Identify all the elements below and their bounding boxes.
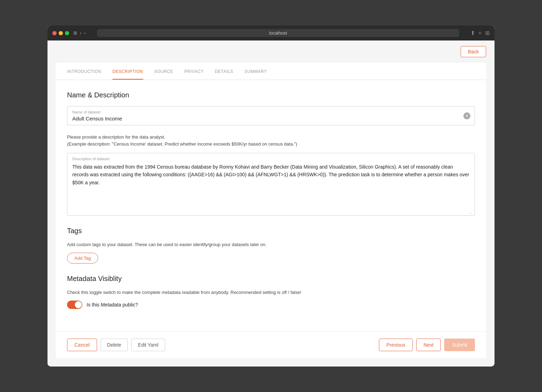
resize-handle-icon: ⌟ xyxy=(470,210,473,214)
tab-summary[interactable]: SUMMARY xyxy=(244,63,267,80)
tags-title: Tags xyxy=(67,227,475,235)
tags-subtitle: Add custom tags to your dataset. These c… xyxy=(67,242,475,247)
forward-nav-icon[interactable]: › xyxy=(84,30,86,36)
tags-section: Tags Add custom tags to your dataset. Th… xyxy=(67,227,475,264)
description-label: Description of dataset xyxy=(72,157,470,161)
metadata-section: Metadata Visiblity Check this toggle swi… xyxy=(67,275,475,309)
previous-button[interactable]: Previous xyxy=(379,339,412,351)
tab-privacy[interactable]: PRIVACY xyxy=(184,63,204,80)
sidebar-toggle-icon[interactable]: ⊞ xyxy=(73,30,77,36)
metadata-title: Metadata Visiblity xyxy=(67,275,475,283)
url-text: localhost xyxy=(269,30,287,36)
grid-icon[interactable]: ⊞ xyxy=(485,30,490,36)
back-nav-icon[interactable]: ‹ xyxy=(80,30,81,36)
new-tab-icon[interactable]: + xyxy=(478,30,482,36)
content-area: Back INTRODUCTION DESCRIPTION SOURCE PRI… xyxy=(47,40,495,367)
section-title: Name & Description xyxy=(67,91,475,99)
toggle-knob xyxy=(75,301,82,308)
back-button[interactable]: Back xyxy=(461,46,486,57)
close-button[interactable] xyxy=(52,31,57,35)
minimize-button[interactable] xyxy=(59,31,63,35)
main-card: INTRODUCTION DESCRIPTION SOURCE PRIVACY … xyxy=(56,63,486,358)
tab-introduction[interactable]: INTRODUCTION xyxy=(67,63,101,80)
next-button[interactable]: Next xyxy=(416,339,441,351)
form-footer: Cancel Delete Edit Yaml Previous Next Su… xyxy=(56,331,486,358)
dataset-name-value[interactable]: Adult Census Income xyxy=(72,116,470,121)
browser-window: ⊞ ‹ › localhost ⬆ + ⊞ Back INTRODUCTION … xyxy=(47,25,495,367)
dataset-name-wrapper[interactable]: Name of dataset Adult Census Income ✕ xyxy=(67,106,475,125)
clear-name-icon[interactable]: ✕ xyxy=(463,112,470,119)
browser-controls: ⊞ ‹ › xyxy=(73,30,86,36)
footer-right-buttons: Previous Next Submit xyxy=(379,339,475,351)
tabs-bar: INTRODUCTION DESCRIPTION SOURCE PRIVACY … xyxy=(56,63,486,80)
hint-line1: Please provide a description for the dat… xyxy=(67,134,165,140)
edit-yaml-button[interactable]: Edit Yaml xyxy=(131,339,165,351)
metadata-subtitle: Check this toggle switch to make the com… xyxy=(67,290,475,295)
traffic-lights xyxy=(52,31,69,35)
tab-source[interactable]: SOURCE xyxy=(154,63,173,80)
maximize-button[interactable] xyxy=(65,31,69,35)
metadata-public-toggle[interactable] xyxy=(67,301,82,309)
share-icon[interactable]: ⬆ xyxy=(470,30,475,36)
footer-left-buttons: Cancel Delete Edit Yaml xyxy=(67,339,165,351)
top-bar: Back xyxy=(47,40,495,63)
description-value[interactable]: This data was extracted from the 1994 Ce… xyxy=(72,163,470,212)
dataset-name-label: Name of dataset xyxy=(72,110,470,114)
description-wrapper[interactable]: Description of dataset This data was ext… xyxy=(67,153,475,216)
description-hint: Please provide a description for the dat… xyxy=(67,134,475,147)
form-content: Name & Description Name of dataset Adult… xyxy=(56,80,486,331)
tab-description[interactable]: DESCRIPTION xyxy=(112,63,143,80)
cancel-button[interactable]: Cancel xyxy=(67,339,97,351)
delete-button[interactable]: Delete xyxy=(101,339,128,351)
browser-actions: ⬆ + ⊞ xyxy=(470,30,490,36)
toggle-row: Is this Metadata public? xyxy=(67,301,475,309)
add-tag-button[interactable]: Add Tag xyxy=(67,253,98,264)
toggle-label: Is this Metadata public? xyxy=(87,302,138,308)
address-bar[interactable]: localhost xyxy=(97,29,459,37)
browser-chrome: ⊞ ‹ › localhost ⬆ + ⊞ xyxy=(47,25,495,40)
hint-line2: (Example description: "Census Income' da… xyxy=(67,141,297,147)
tab-details[interactable]: DETAILS xyxy=(215,63,233,80)
submit-button[interactable]: Submit xyxy=(444,339,475,351)
